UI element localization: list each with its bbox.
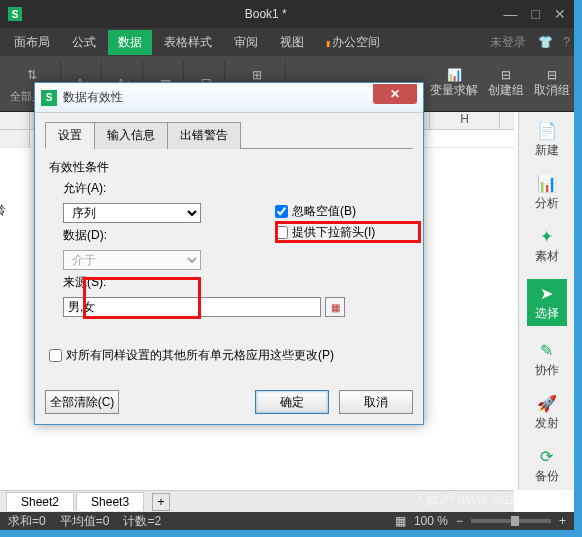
cursor-icon: ➤ [537, 283, 557, 303]
allow-label: 允许(A): [63, 180, 106, 197]
titlebar: S Book1 * — □ ✕ [0, 0, 574, 28]
file-icon: 📄 [537, 120, 557, 140]
minimize-button[interactable]: — [504, 6, 518, 22]
sidebar-item-material[interactable]: ✦素材 [535, 226, 559, 265]
status-sum: 求和=0 [8, 513, 46, 530]
data-dropdown[interactable]: 介于 [63, 250, 201, 270]
ok-button[interactable]: 确定 [255, 390, 329, 414]
status-count: 计数=2 [123, 513, 161, 530]
tshirt-icon[interactable]: 👕 [538, 35, 553, 49]
status-avg: 平均值=0 [60, 513, 110, 530]
tab-error-alert[interactable]: 出错警告 [167, 122, 241, 149]
menu-office-space[interactable]: 办公空间 [316, 30, 390, 55]
cancel-button[interactable]: 取消 [339, 390, 413, 414]
sidebar-item-select[interactable]: ➤选择 [527, 279, 567, 326]
view-icon[interactable]: ▦ [395, 514, 406, 528]
statusbar: 求和=0 平均值=0 计数=2 ▦ 100 % − + [0, 512, 574, 530]
apply-all-label: 对所有同样设置的其他所有单元格应用这些更改(P) [66, 347, 334, 364]
tab-sheet3[interactable]: Sheet3 [76, 492, 144, 511]
sidebar-item-coop[interactable]: ✎协作 [535, 340, 559, 379]
share-icon: ✎ [537, 340, 557, 360]
sidebar-item-backup[interactable]: ⟳备份 [535, 446, 559, 485]
zoom-out-button[interactable]: − [456, 514, 463, 528]
window-title: Book1 * [28, 7, 504, 21]
data-validation-dialog: S 数据有效性 ✕ 设置 输入信息 出错警告 有效性条件 允许(A): 序列 数… [34, 82, 424, 425]
tab-input-message[interactable]: 输入信息 [94, 122, 168, 149]
range-picker-button[interactable]: ▦ [325, 297, 345, 317]
sheet-tabs: Sheet2 Sheet3 + [0, 490, 514, 512]
star-icon: ✦ [537, 226, 557, 246]
data-label: 数据(D): [63, 227, 107, 244]
close-button[interactable]: ✕ [554, 6, 566, 22]
menubar: 面布局 公式 数据 表格样式 审阅 视图 办公空间 未登录 👕 ? [0, 28, 574, 56]
login-status[interactable]: 未登录 [490, 34, 526, 51]
menu-table-style[interactable]: 表格样式 [154, 30, 222, 55]
help-icon[interactable]: ? [563, 35, 570, 49]
dialog-title: 数据有效性 [63, 89, 373, 106]
source-label: 来源(S): [63, 274, 106, 291]
ignore-blank-label: 忽略空值(B) [292, 203, 356, 220]
create-group-button[interactable]: ⊟创建组 [488, 68, 524, 99]
dialog-close-button[interactable]: ✕ [373, 84, 417, 104]
allow-dropdown[interactable]: 序列 [63, 203, 201, 223]
rocket-icon: 🚀 [537, 393, 557, 413]
tab-sheet2[interactable]: Sheet2 [6, 492, 74, 511]
clear-all-button[interactable]: 全部清除(C) [45, 390, 119, 414]
menu-review[interactable]: 审阅 [224, 30, 268, 55]
sidebar: 📄新建 📊分析 ✦素材 ➤选择 ✎协作 🚀发射 ⟳备份 [518, 112, 574, 490]
condition-label: 有效性条件 [49, 159, 413, 176]
sidebar-item-launch[interactable]: 🚀发射 [535, 393, 559, 432]
add-sheet-button[interactable]: + [152, 493, 170, 511]
dialog-app-icon: S [41, 90, 57, 106]
sidebar-item-new[interactable]: 📄新建 [535, 120, 559, 159]
col-h[interactable]: H [430, 112, 500, 129]
zoom-value: 100 % [414, 514, 448, 528]
menu-view[interactable]: 视图 [270, 30, 314, 55]
cancel-group-button[interactable]: ⊟取消组 [534, 68, 570, 99]
provide-dropdown-checkbox[interactable] [275, 226, 288, 239]
backup-icon: ⟳ [537, 446, 557, 466]
menu-data[interactable]: 数据 [108, 30, 152, 55]
zoom-in-button[interactable]: + [559, 514, 566, 528]
menu-formula[interactable]: 公式 [62, 30, 106, 55]
provide-dropdown-label: 提供下拉箭头(I) [292, 224, 375, 241]
solve-button[interactable]: 📊变量求解 [430, 68, 478, 99]
maximize-button[interactable]: □ [532, 6, 540, 22]
zoom-slider[interactable] [471, 519, 551, 523]
app-icon: S [8, 7, 22, 21]
sidebar-item-analyze[interactable]: 📊分析 [535, 173, 559, 212]
tab-settings[interactable]: 设置 [45, 122, 95, 149]
source-input[interactable] [63, 297, 321, 317]
menu-layout[interactable]: 面布局 [4, 30, 60, 55]
chart-icon: 📊 [537, 173, 557, 193]
apply-all-checkbox[interactable] [49, 349, 62, 362]
ignore-blank-checkbox[interactable] [275, 205, 288, 218]
